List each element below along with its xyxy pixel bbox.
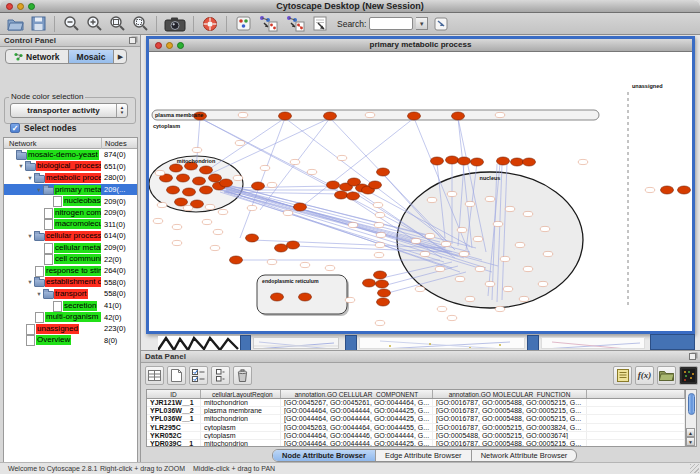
- network-node-small[interactable]: [374, 252, 384, 257]
- network-node-small[interactable]: [519, 296, 529, 301]
- table-cell[interactable]: mitochondrion: [201, 440, 281, 447]
- network-node[interactable]: [376, 280, 389, 288]
- network-node-small[interactable]: [425, 233, 435, 238]
- table-column-header[interactable]: _cellularLayoutRegion: [201, 390, 281, 398]
- network-node[interactable]: [374, 271, 387, 279]
- network-node-small[interactable]: [247, 205, 257, 210]
- tree-row-label[interactable]: Overview: [36, 335, 71, 345]
- network-node[interactable]: [408, 112, 421, 120]
- network-node-small[interactable]: [260, 165, 270, 170]
- zoom-fit-icon[interactable]: [107, 14, 127, 34]
- network-node[interactable]: [200, 166, 213, 174]
- network-node-small[interactable]: [523, 211, 533, 216]
- tree-row[interactable]: secretion41(0): [4, 300, 137, 312]
- tree-row[interactable]: nucleobase-containing209(0): [4, 195, 137, 207]
- window-titlebar[interactable]: Cytoscape Desktop (New Session): [0, 0, 700, 13]
- network-node[interactable]: [327, 181, 340, 189]
- tabs-overflow-button[interactable]: ▶: [114, 50, 126, 63]
- network-node-small[interactable]: [543, 251, 553, 256]
- tree-row[interactable]: unassigned223(0): [4, 323, 137, 335]
- table-row[interactable]: YJR121W__1mitochondrion[GO:0045267, GO:0…: [147, 399, 685, 407]
- tree-row[interactable]: nitrogen compound m209(0): [4, 207, 137, 219]
- tree-expand-icon[interactable]: ▼: [26, 233, 34, 239]
- tree-row[interactable]: ▼metabolic process280(0): [4, 172, 137, 184]
- table-column-header[interactable]: annotation.GO CELLULAR_COMPONENT: [281, 390, 433, 398]
- network-node-small[interactable]: [455, 276, 465, 281]
- network-node-small[interactable]: [375, 212, 385, 217]
- network-edge[interactable]: [240, 118, 285, 238]
- tree-column-nodes[interactable]: Nodes: [105, 139, 127, 148]
- tree-row-label[interactable]: metabolic process: [45, 173, 101, 183]
- search-input[interactable]: [369, 17, 413, 30]
- tree-row[interactable]: ▼primary metabolic process209(...: [4, 184, 137, 196]
- network-node-small[interactable]: [523, 266, 533, 271]
- select-nodes-checkbox[interactable]: ✓: [10, 123, 20, 133]
- network-node[interactable]: [183, 188, 196, 196]
- search-options-icon[interactable]: [431, 14, 451, 34]
- table-cell[interactable]: [GO:0045263, GO:0044464, GO:0044455, G..…: [281, 424, 433, 431]
- network-node[interactable]: [175, 198, 188, 206]
- scroll-down-button[interactable]: ▼: [686, 437, 695, 446]
- network-node[interactable]: [347, 192, 360, 200]
- network-node[interactable]: [471, 158, 484, 166]
- table-cell[interactable]: YKR052C: [147, 432, 201, 439]
- table-cell[interactable]: [GO:0016787, GO:0005488, GO:0005215, G..…: [433, 440, 587, 447]
- tree-row-label[interactable]: cellular metabolic: [54, 243, 101, 253]
- network-node-small[interactable]: [485, 196, 495, 201]
- network-node[interactable]: [523, 158, 536, 166]
- table-cell[interactable]: YLR295C: [147, 424, 201, 431]
- network-edge[interactable]: [210, 118, 330, 174]
- background-window-fragment[interactable]: [345, 335, 357, 351]
- table-scrollbar[interactable]: ▲ ▼: [686, 389, 697, 447]
- network-canvas[interactable]: plasma membranecytoplasmmitochondrionnuc…: [149, 52, 692, 331]
- network-node-small[interactable]: [325, 265, 335, 270]
- network-node[interactable]: [287, 241, 300, 249]
- float-panel-icon[interactable]: [689, 353, 696, 360]
- tree-row-label[interactable]: cellular process: [45, 231, 101, 241]
- tree-row-label[interactable]: secretion: [63, 301, 97, 311]
- network-node[interactable]: [363, 279, 376, 287]
- network-node-small[interactable]: [365, 112, 375, 117]
- network-node-small[interactable]: [238, 112, 248, 117]
- network-node[interactable]: [661, 186, 674, 194]
- network-node-small[interactable]: [172, 224, 182, 229]
- network-graph[interactable]: plasma membranecytoplasmmitochondrionnuc…: [149, 52, 692, 331]
- table-cell[interactable]: cytoplasm: [201, 432, 281, 439]
- network-node-small[interactable]: [473, 236, 483, 241]
- network-node-small[interactable]: [505, 206, 515, 211]
- search-dropdown-button[interactable]: ▼: [416, 17, 428, 30]
- network-node[interactable]: [378, 289, 391, 297]
- network-node-small[interactable]: [465, 296, 475, 301]
- tree-row-label[interactable]: multi-organism proc: [45, 312, 101, 322]
- tree-row[interactable]: cell communication22(0): [4, 253, 137, 265]
- table-cell[interactable]: [GO:0044464, GO:0044444, GO:0044425, G..…: [281, 440, 433, 447]
- tree-row[interactable]: ▼cellular process614(0): [4, 230, 137, 242]
- tree-row-label[interactable]: nucleobase-containing: [63, 196, 101, 206]
- network-node[interactable]: [335, 191, 348, 199]
- network-node-small[interactable]: [578, 159, 588, 164]
- network-node-small[interactable]: [218, 209, 228, 214]
- network-node-small[interactable]: [157, 202, 167, 207]
- delete-attribute-trash-icon[interactable]: [233, 366, 252, 385]
- tree-column-network[interactable]: Network: [9, 139, 37, 148]
- network-node-small[interactable]: [500, 256, 510, 261]
- tree-expand-icon[interactable]: ▼: [17, 163, 25, 169]
- network-node[interactable]: [497, 157, 510, 165]
- network-node-small[interactable]: [420, 251, 430, 256]
- background-window-fragment[interactable]: [158, 336, 240, 351]
- network-node[interactable]: [452, 112, 465, 120]
- network-node-small[interactable]: [495, 112, 505, 117]
- tree-row-label[interactable]: establishment of loc: [45, 277, 101, 287]
- network-node-small[interactable]: [337, 155, 347, 160]
- network-node-small[interactable]: [495, 306, 505, 311]
- network-node-small[interactable]: [493, 221, 503, 226]
- network-node[interactable]: [177, 174, 190, 182]
- network-node-small[interactable]: [283, 210, 293, 215]
- zoom-in-icon[interactable]: [84, 14, 104, 34]
- network-node-small[interactable]: [447, 191, 457, 196]
- network-node[interactable]: [458, 157, 471, 165]
- tree-row-label[interactable]: mosaic-demo-yeast: [27, 150, 99, 160]
- network-node[interactable]: [246, 234, 259, 242]
- node-color-dropdown[interactable]: transporter activity ▲▼: [10, 103, 128, 118]
- tab-network-attribute-browser[interactable]: Network Attribute Browser: [472, 450, 577, 461]
